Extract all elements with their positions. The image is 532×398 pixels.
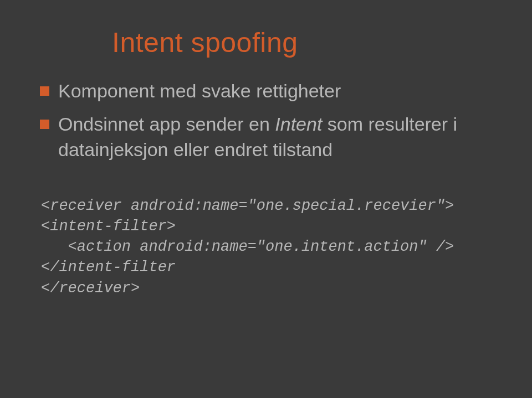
bullet-text: Ondsinnet app sender en Intent som resul… <box>58 112 499 163</box>
bullet-list: Komponent med svake rettigheter Ondsinne… <box>40 79 499 163</box>
list-item: Komponent med svake rettigheter <box>40 79 499 104</box>
bullet-icon <box>40 120 49 129</box>
slide-title: Intent spoofing <box>112 27 499 59</box>
code-block: <receiver android:name="one.special.rece… <box>41 196 499 299</box>
list-item: Ondsinnet app sender en Intent som resul… <box>40 112 499 163</box>
slide: Intent spoofing Komponent med svake rett… <box>0 0 532 398</box>
bullet-text: Komponent med svake rettigheter <box>58 79 499 104</box>
bullet-icon <box>40 86 49 96</box>
